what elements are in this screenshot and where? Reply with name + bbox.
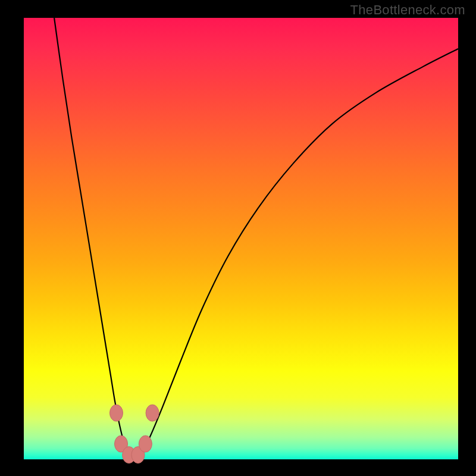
chart-frame: TheBottleneck.com — [0, 0, 476, 476]
bottleneck-curve — [54, 18, 458, 458]
plot-area — [24, 18, 458, 459]
curve-layer — [24, 18, 458, 459]
watermark-text: TheBottleneck.com — [350, 2, 465, 18]
curve-marker — [109, 405, 123, 421]
curve-marker — [146, 405, 159, 421]
curve-marker — [139, 436, 152, 452]
